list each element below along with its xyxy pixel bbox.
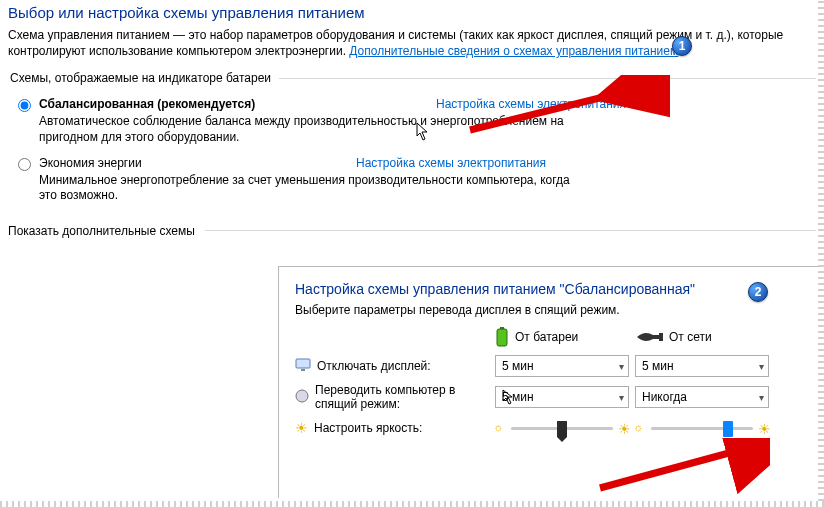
- sun-large-icon: ☀: [618, 421, 631, 437]
- sun-large-icon: ☀: [758, 421, 771, 437]
- brightness-ac-slider[interactable]: ☼ ☀: [635, 417, 769, 439]
- slider-thumb[interactable]: [557, 421, 567, 437]
- sun-small-icon: ☼: [493, 421, 503, 433]
- plan-balanced-settings-link[interactable]: Настройка схемы электропитания: [436, 97, 626, 111]
- monitor-icon: [295, 358, 311, 375]
- page-description: Схема управления питанием — это набор па…: [8, 27, 816, 59]
- sleep-ac-select[interactable]: Никогда ▾: [635, 386, 769, 408]
- slider-thumb[interactable]: [723, 421, 733, 437]
- col-header-battery: От батареи: [495, 327, 635, 347]
- plan-powersaver-settings-link[interactable]: Настройка схемы электропитания: [356, 156, 546, 170]
- col-header-battery-label: От батареи: [515, 330, 578, 344]
- plans-group: Схемы, отображаемые на индикаторе батаре…: [8, 71, 816, 213]
- learn-more-link[interactable]: Дополнительные сведения о схемах управле…: [349, 44, 678, 58]
- row-display-off: Отключать дисплей: 5 мин ▾ 5 мин ▾: [295, 355, 802, 377]
- plan-balanced[interactable]: Сбалансированная (рекомендуется) Настрой…: [18, 97, 816, 112]
- col-header-ac-label: От сети: [669, 330, 712, 344]
- col-header-ac: От сети: [635, 327, 775, 347]
- panel2-title: Настройка схемы управления питанием "Сба…: [295, 281, 802, 297]
- sun-icon: ☀: [295, 420, 308, 436]
- row-brightness-label: Настроить яркость:: [314, 421, 422, 435]
- row-sleep: Переводить компьютер в спящий режим: 5 м…: [295, 383, 802, 411]
- sleep-ac-value: Никогда: [642, 390, 687, 404]
- plan-settings-panel: Настройка схемы управления питанием "Сба…: [278, 266, 818, 498]
- battery-icon: [495, 327, 509, 347]
- svg-rect-2: [296, 359, 310, 368]
- display-off-ac-select[interactable]: 5 мин ▾: [635, 355, 769, 377]
- plan-powersaver-name: Экономия энергии: [39, 156, 142, 170]
- plans-legend: Схемы, отображаемые на индикаторе батаре…: [8, 71, 279, 85]
- sleep-battery-value: 5 мин: [502, 390, 534, 404]
- plan-balanced-radio[interactable]: [18, 99, 31, 112]
- svg-rect-3: [301, 369, 305, 371]
- plan-balanced-name: Сбалансированная (рекомендуется): [39, 97, 255, 111]
- annotation-badge-1: 1: [672, 36, 692, 56]
- show-more-label: Показать дополнительные схемы: [8, 224, 205, 238]
- divider: [205, 230, 816, 231]
- sun-small-icon: ☼: [633, 421, 643, 433]
- panel2-subtitle: Выберите параметры перевода дисплея в сп…: [295, 303, 802, 317]
- svg-rect-1: [497, 329, 507, 346]
- torn-edge: [0, 501, 824, 507]
- plan-powersaver-radio[interactable]: [18, 158, 31, 171]
- page-title: Выбор или настройка схемы управления пит…: [8, 4, 816, 21]
- row-sleep-label: Переводить компьютер в спящий режим:: [315, 383, 495, 411]
- plan-balanced-desc: Автоматическое соблюдение баланса между …: [39, 114, 579, 145]
- brightness-battery-slider[interactable]: ☼ ☀: [495, 417, 629, 439]
- chevron-down-icon: ▾: [619, 361, 624, 372]
- annotation-badge-2: 2: [748, 282, 768, 302]
- row-brightness: ☀ Настроить яркость: ☼ ☀ ☼ ☀: [295, 417, 802, 439]
- sleep-battery-select[interactable]: 5 мин ▾: [495, 386, 629, 408]
- chevron-down-icon: ▾: [759, 392, 764, 403]
- svg-point-4: [296, 390, 308, 402]
- display-off-battery-value: 5 мин: [502, 359, 534, 373]
- torn-edge: [818, 0, 824, 507]
- display-off-battery-select[interactable]: 5 мин ▾: [495, 355, 629, 377]
- display-off-ac-value: 5 мин: [642, 359, 674, 373]
- row-display-off-label: Отключать дисплей:: [317, 359, 431, 373]
- show-more-plans[interactable]: Показать дополнительные схемы: [8, 224, 816, 238]
- plan-powersaver-desc: Минимальное энергопотребление за счет ум…: [39, 173, 579, 204]
- plug-icon: [635, 330, 663, 344]
- moon-icon: [295, 389, 309, 406]
- chevron-down-icon: ▾: [759, 361, 764, 372]
- chevron-down-icon: ▾: [619, 392, 624, 403]
- plan-powersaver[interactable]: Экономия энергии Настройка схемы электро…: [18, 156, 816, 171]
